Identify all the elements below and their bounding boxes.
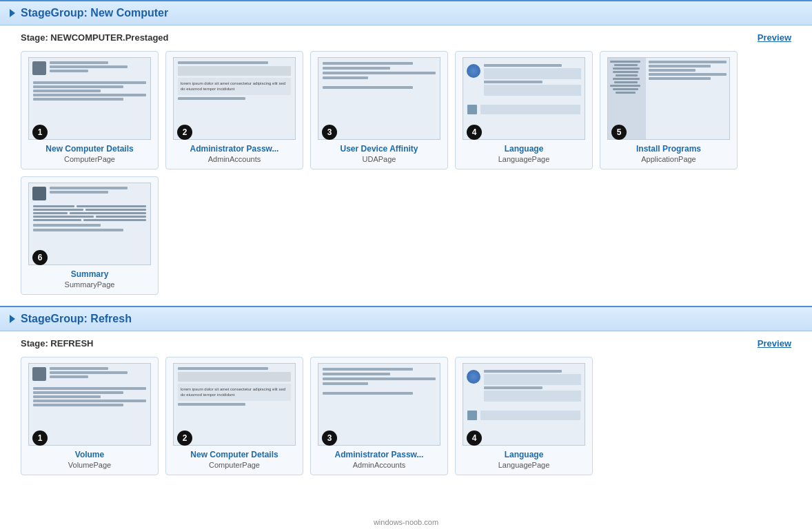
stage-card[interactable]: lorem ipsum dolor sit amet consectetur a… (165, 51, 303, 169)
card-page: SummaryPage (65, 280, 115, 289)
stage-header: Stage: NEWCOMPUTER.PrestagedPreview (21, 32, 791, 43)
card-page: ApplicationPage (641, 155, 696, 163)
card-page: AdminAccounts (208, 155, 261, 163)
card-page: VolumePage (68, 461, 111, 469)
stage-card[interactable]: 5Install ProgramsApplicationPage (600, 51, 738, 169)
card-name: New Computer Details (45, 144, 133, 154)
collapse-arrow-icon[interactable] (10, 315, 15, 323)
card-name: Volume (75, 450, 104, 459)
stage-card[interactable]: 1New Computer DetailsComputerPage (21, 51, 159, 169)
card-number-badge: 2 (177, 431, 192, 446)
stage-header: Stage: REFRESHPreview (21, 338, 791, 349)
stage-group: StageGroup: RefreshStage: REFRESHPreview… (0, 306, 812, 486)
stage-card[interactable]: 6SummarySummaryPage (21, 176, 159, 295)
card-name: New Computer Details (190, 450, 278, 459)
stage-card[interactable]: 3User Device AffinityUDAPage (310, 51, 448, 169)
card-name: Administrator Passw... (335, 450, 424, 459)
card-number-badge: 3 (322, 431, 337, 446)
card-page: UDAPage (363, 155, 396, 163)
stage-card[interactable]: 3Administrator Passw...AdminAccounts (310, 357, 448, 475)
stage-section: Stage: REFRESHPreview 1VolumeVolumePage (0, 331, 812, 486)
card-page: LanguagePage (498, 461, 550, 469)
card-name: Language (505, 450, 544, 459)
preview-link[interactable]: Preview (758, 32, 791, 43)
card-page: ComputerPage (209, 461, 260, 469)
card-name: Administrator Passw... (190, 144, 279, 154)
card-number-badge: 1 (32, 125, 48, 140)
stage-title: Stage: NEWCOMPUTER.Prestaged (21, 32, 169, 43)
stage-title: Stage: REFRESH (21, 338, 93, 349)
card-number-badge: 3 (322, 125, 337, 140)
card-page: LanguagePage (498, 155, 550, 163)
card-name: Language (505, 144, 544, 154)
stage-card[interactable]: 1VolumeVolumePage (21, 357, 159, 475)
card-name: Summary (71, 269, 109, 279)
stage-group-title: StageGroup: New Computer (21, 7, 168, 19)
stage-card[interactable]: 4LanguageLanguagePage (455, 357, 593, 475)
card-number-badge: 6 (32, 250, 48, 265)
card-page: AdminAccounts (353, 461, 405, 469)
stage-group: StageGroup: New ComputerStage: NEWCOMPUT… (0, 0, 812, 306)
card-page: ComputerPage (64, 155, 115, 163)
stage-card[interactable]: lorem ipsum dolor sit amet consectetur a… (165, 357, 303, 475)
stage-group-header: StageGroup: Refresh (0, 306, 812, 331)
stage-card[interactable]: 4LanguageLanguagePage (455, 51, 593, 169)
cards-grid: 1New Computer DetailsComputerPage lorem … (21, 51, 791, 295)
stage-section: Stage: NEWCOMPUTER.PrestagedPreview 1New… (0, 25, 812, 306)
card-name: User Device Affinity (341, 144, 418, 154)
card-number-badge: 2 (177, 125, 192, 140)
card-number-badge: 4 (467, 125, 482, 140)
stage-group-title: StageGroup: Refresh (21, 313, 132, 325)
collapse-arrow-icon[interactable] (10, 9, 15, 17)
cards-grid: 1VolumeVolumePage lorem ipsum dolor sit … (21, 357, 791, 475)
preview-link[interactable]: Preview (758, 338, 791, 349)
card-number-badge: 1 (32, 431, 48, 446)
card-number-badge: 4 (467, 431, 482, 446)
card-number-badge: 5 (611, 125, 627, 140)
stage-group-header: StageGroup: New Computer (0, 0, 812, 25)
card-name: Install Programs (636, 144, 701, 154)
